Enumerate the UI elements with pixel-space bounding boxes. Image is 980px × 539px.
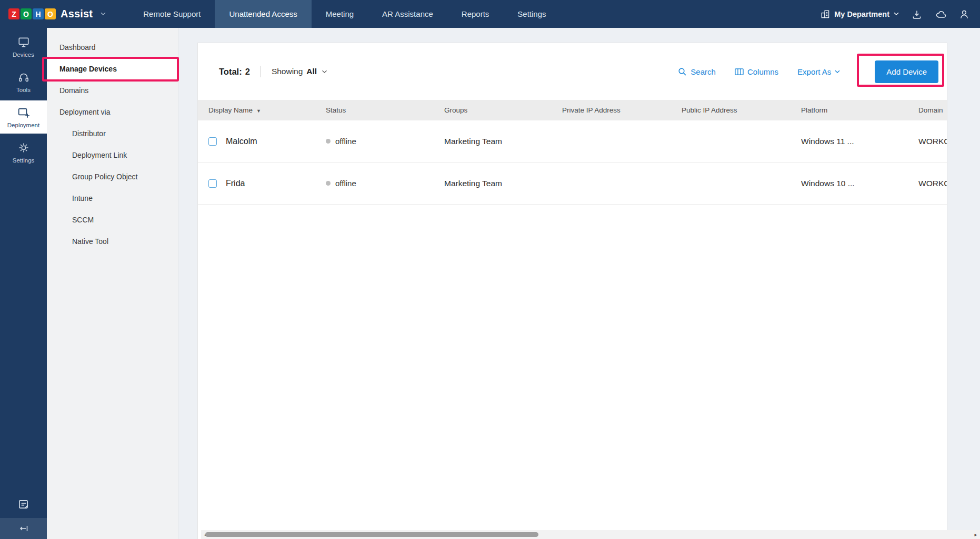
gear-icon (17, 141, 30, 154)
chevron-down-icon (322, 70, 327, 74)
status-label: offline (335, 179, 356, 188)
showing-label: Showing (272, 67, 303, 76)
headset-icon (17, 71, 30, 84)
logo-letter: H (33, 8, 44, 19)
device-group: Marketing Team (444, 137, 562, 146)
main-content: Total: 2 Showing All Search (178, 28, 980, 539)
logo-letter: O (21, 8, 32, 19)
top-navbar: Z O H O Assist Remote Support Unattended… (0, 0, 980, 28)
feedback-icon[interactable] (0, 491, 47, 518)
download-icon[interactable] (912, 9, 922, 19)
sidebar-item-group-policy-object[interactable]: Group Policy Object (47, 166, 178, 187)
table-row[interactable]: Malcolm offline Marketing Team Windows 1… (198, 120, 947, 162)
deployment-icon (17, 106, 30, 119)
column-header-platform[interactable]: Platform (801, 106, 918, 114)
deployment-sidebar: Dashboard Manage Devices Domains Deploym… (47, 28, 178, 539)
building-icon (820, 9, 830, 19)
toolbar-actions: Search Columns Export As Add (678, 60, 938, 83)
collapse-sidebar-icon[interactable] (0, 518, 47, 539)
search-icon (678, 67, 687, 76)
sidebar-item-dashboard[interactable]: Dashboard (47, 36, 178, 58)
sidebar-item-deployment-via[interactable]: Deployment via (47, 101, 178, 123)
column-header-private-ip[interactable]: Private IP Address (562, 106, 682, 114)
chevron-down-icon (894, 12, 899, 16)
row-checkbox[interactable] (208, 137, 217, 146)
nav-remote-support[interactable]: Remote Support (129, 0, 215, 28)
logo-letter: O (45, 8, 56, 19)
zoho-assist-brand[interactable]: Z O H O Assist (0, 0, 106, 28)
rail-spacer (0, 169, 47, 491)
row-checkbox[interactable] (208, 179, 217, 188)
chevron-down-icon (835, 70, 840, 74)
scrollbar-thumb[interactable] (205, 532, 538, 537)
rail-item-settings[interactable]: Settings (0, 136, 47, 169)
column-header-status[interactable]: Status (326, 106, 444, 114)
export-label: Export As (797, 67, 831, 76)
devices-toolbar: Total: 2 Showing All Search (198, 43, 947, 100)
zoho-logo: Z O H O (8, 8, 56, 19)
column-header-display-name[interactable]: Display Name▼ (198, 106, 326, 114)
rail-item-tools[interactable]: Tools (0, 65, 47, 98)
total-value: 2 (245, 67, 250, 77)
rail-item-deployment[interactable]: Deployment (0, 100, 47, 134)
search-button[interactable]: Search (678, 67, 716, 76)
divider (261, 66, 261, 77)
topbar-right: My Department (820, 0, 980, 28)
product-name: Assist (61, 8, 93, 20)
monitor-icon (17, 36, 30, 48)
nav-reports[interactable]: Reports (447, 0, 504, 28)
device-name[interactable]: Frida (226, 179, 245, 188)
showing-value: All (306, 67, 317, 76)
status-label: offline (335, 137, 356, 146)
columns-label: Columns (747, 67, 778, 76)
icon-rail: Devices Tools Deployment Settings (0, 28, 47, 539)
device-platform: Windows 10 ... (801, 179, 918, 188)
rail-item-label: Deployment (7, 122, 39, 128)
table-row[interactable]: Frida offline Marketing Team Windows 10 … (198, 162, 947, 205)
sidebar-item-intune[interactable]: Intune (47, 187, 178, 209)
nav-settings[interactable]: Settings (503, 0, 560, 28)
devices-card: Total: 2 Showing All Search (197, 43, 947, 539)
rail-item-label: Devices (13, 52, 34, 58)
table-header: Display Name▼ Status Groups Private IP A… (198, 100, 947, 120)
device-platform: Windows 11 ... (801, 137, 918, 146)
export-as-dropdown[interactable]: Export As (797, 67, 840, 76)
department-selector[interactable]: My Department (820, 9, 899, 19)
sidebar-item-manage-devices[interactable]: Manage Devices (47, 58, 178, 79)
chevron-down-icon[interactable] (101, 12, 106, 16)
device-name[interactable]: Malcolm (226, 137, 257, 146)
device-domain: WORKGROUP (918, 179, 947, 188)
device-domain: WORKGROUP (918, 137, 947, 146)
offline-status-dot (326, 181, 331, 186)
rail-item-devices[interactable]: Devices (0, 30, 47, 63)
nav-ar-assistance[interactable]: AR Assistance (368, 0, 447, 28)
nav-meeting[interactable]: Meeting (312, 0, 368, 28)
column-header-public-ip[interactable]: Public IP Address (682, 106, 801, 114)
device-group: Marketing Team (444, 179, 562, 188)
total-label: Total: (219, 67, 242, 77)
primary-nav: Remote Support Unattended Access Meeting… (129, 0, 560, 28)
column-label: Display Name (208, 106, 253, 114)
sidebar-item-sccm[interactable]: SCCM (47, 209, 178, 230)
cloud-icon[interactable] (935, 9, 946, 19)
scroll-right-arrow-icon[interactable]: ▸ (972, 530, 980, 539)
sidebar-item-native-tool[interactable]: Native Tool (47, 230, 178, 252)
department-label: My Department (834, 10, 889, 18)
total-count: Total: 2 (219, 67, 250, 77)
horizontal-scrollbar[interactable]: ◂ ▸ (201, 530, 980, 539)
sidebar-item-deployment-link[interactable]: Deployment Link (47, 144, 178, 166)
sidebar-item-distributor[interactable]: Distributor (47, 123, 178, 144)
columns-icon (735, 68, 744, 76)
column-header-domain[interactable]: Domain (918, 106, 947, 114)
nav-unattended-access[interactable]: Unattended Access (215, 0, 311, 28)
offline-status-dot (326, 139, 331, 144)
column-header-groups[interactable]: Groups (444, 106, 562, 114)
rail-item-label: Settings (13, 157, 35, 164)
rail-item-label: Tools (16, 87, 31, 93)
sort-desc-icon[interactable]: ▼ (256, 108, 261, 114)
showing-filter-dropdown[interactable]: Showing All (272, 67, 327, 76)
user-profile-icon[interactable] (959, 9, 969, 19)
columns-button[interactable]: Columns (735, 67, 778, 76)
add-device-button[interactable]: Add Device (875, 60, 938, 83)
sidebar-item-domains[interactable]: Domains (47, 79, 178, 101)
